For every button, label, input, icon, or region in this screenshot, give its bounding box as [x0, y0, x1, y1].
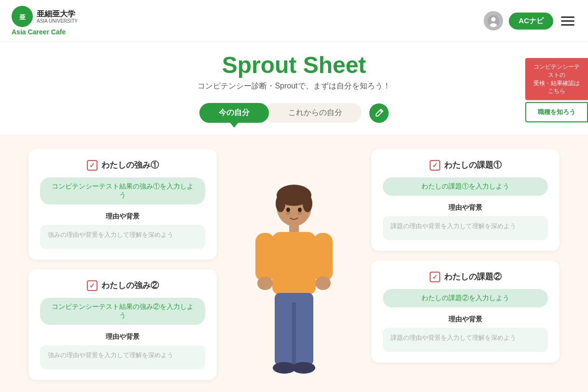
svg-rect-11 — [255, 233, 275, 281]
svg-rect-9 — [289, 224, 299, 233]
logo-circle-icon: 亜 — [12, 6, 33, 27]
main-content: ✓ わたしの強み① コンピテンシーテスト結果の強み①を入力しよう 理由や背景 強… — [0, 134, 588, 392]
checkbox-icon: ✓ — [87, 280, 98, 291]
svg-point-14 — [315, 276, 331, 290]
side-buttons: コンピテンシーテストの受検・結果確認はこちら 職種を知ろう — [525, 58, 588, 122]
challenge1-input[interactable]: わたしの課題①を入力しよう — [383, 177, 548, 196]
character-figure — [226, 149, 362, 380]
header: 亜 亜細亜大学 ASIA UNIVERSITY Asia Career Cafe… — [0, 0, 588, 42]
university-name-en: ASIA UNIVERSITY — [37, 18, 78, 24]
svg-point-20 — [297, 212, 302, 215]
challenge1-reason-title: 理由や背景 — [383, 203, 548, 212]
logo-top: 亜 亜細亜大学 ASIA UNIVERSITY — [12, 6, 78, 27]
challenge1-card: ✓ わたしの課題① わたしの課題①を入力しよう 理由や背景 課題の理由や背景を入… — [371, 149, 560, 251]
strength2-reason-input[interactable]: 強みの理由や背景を入力して理解を深めよう — [40, 345, 205, 369]
svg-rect-12 — [313, 233, 333, 281]
page-subtitle: コンピテンシー診断・Sproutで、まずは自分を知ろう！ — [0, 81, 588, 91]
page-title: Sprout Sheet — [0, 52, 588, 78]
challenge1-reason-input[interactable]: 課題の理由や背景を入力して理解を深めよう — [383, 216, 548, 240]
challenge2-title: ✓ わたしの課題② — [383, 271, 548, 282]
hamburger-menu-button[interactable] — [559, 12, 576, 29]
svg-point-18 — [292, 362, 315, 374]
strength1-input[interactable]: コンピテンシーテスト結果の強み①を入力しよう — [40, 177, 205, 204]
cafe-label: Asia Career Cafe — [12, 28, 78, 36]
strength1-reason-title: 理由や背景 — [40, 212, 205, 221]
strength1-title: ✓ わたしの強み① — [40, 160, 205, 171]
svg-point-22 — [298, 208, 302, 212]
job-type-button[interactable]: 職種を知ろう — [525, 102, 588, 122]
strength2-reason-title: 理由や背景 — [40, 333, 205, 341]
strength1-reason-input[interactable]: 強みの理由や背景を入力して理解を深めよう — [40, 225, 205, 249]
checkbox-icon: ✓ — [87, 160, 98, 171]
challenge2-reason-title: 理由や背景 — [383, 315, 548, 324]
svg-rect-16 — [292, 303, 296, 365]
strength1-card: ✓ わたしの強み① コンピテンシーテスト結果の強み①を入力しよう 理由や背景 強… — [28, 149, 217, 260]
svg-text:亜: 亜 — [19, 14, 26, 21]
header-right: ACナビ — [484, 11, 576, 30]
challenge1-title: ✓ わたしの課題① — [383, 160, 548, 171]
svg-point-19 — [286, 212, 291, 215]
tab-future[interactable]: これからの自分 — [264, 103, 362, 123]
competency-test-button[interactable]: コンピテンシーテストの受検・結果確認はこちら — [525, 58, 588, 100]
challenge2-reason-input[interactable]: 課題の理由や背景を入力して理解を深めよう — [383, 328, 548, 352]
svg-point-3 — [491, 17, 496, 22]
svg-point-13 — [257, 276, 273, 290]
logo-text: 亜細亜大学 ASIA UNIVERSITY — [37, 9, 78, 24]
checkbox-icon: ✓ — [430, 272, 440, 282]
svg-point-21 — [286, 208, 290, 212]
challenge2-card: ✓ わたしの課題② わたしの課題②を入力しよう 理由や背景 課題の理由や背景を入… — [371, 261, 560, 363]
right-cards: ✓ わたしの課題① わたしの課題①を入力しよう 理由や背景 課題の理由や背景を入… — [371, 149, 560, 380]
strength2-title: ✓ わたしの強み② — [40, 280, 205, 291]
logo-area: 亜 亜細亜大学 ASIA UNIVERSITY Asia Career Cafe — [12, 6, 78, 36]
strength2-card: ✓ わたしの強み② コンピテンシーテスト結果の強み②を入力しよう 理由や背景 強… — [28, 269, 217, 380]
page-title-area: Sprout Sheet コンピテンシー診断・Sproutで、まずは自分を知ろう… — [0, 42, 588, 96]
university-name: 亜細亜大学 — [37, 9, 78, 18]
tab-area: 今の自分 これからの自分 — [0, 103, 588, 123]
svg-point-4 — [490, 23, 497, 27]
svg-rect-10 — [272, 232, 316, 295]
cards-layout: ✓ わたしの強み① コンピテンシーテスト結果の強み①を入力しよう 理由や背景 強… — [28, 149, 560, 380]
checkbox-icon: ✓ — [430, 160, 440, 171]
challenge2-input[interactable]: わたしの課題②を入力しよう — [383, 289, 548, 307]
left-cards: ✓ わたしの強み① コンピテンシーテスト結果の強み①を入力しよう 理由や背景 強… — [28, 149, 217, 380]
edit-button[interactable] — [369, 103, 389, 123]
tab-now[interactable]: 今の自分 — [199, 103, 269, 123]
ac-navi-button[interactable]: ACナビ — [509, 13, 553, 29]
svg-point-7 — [276, 195, 285, 212]
user-icon[interactable] — [484, 11, 503, 30]
svg-point-8 — [303, 195, 312, 212]
strength2-input[interactable]: コンピテンシーテスト結果の強み②を入力しよう — [40, 298, 205, 325]
